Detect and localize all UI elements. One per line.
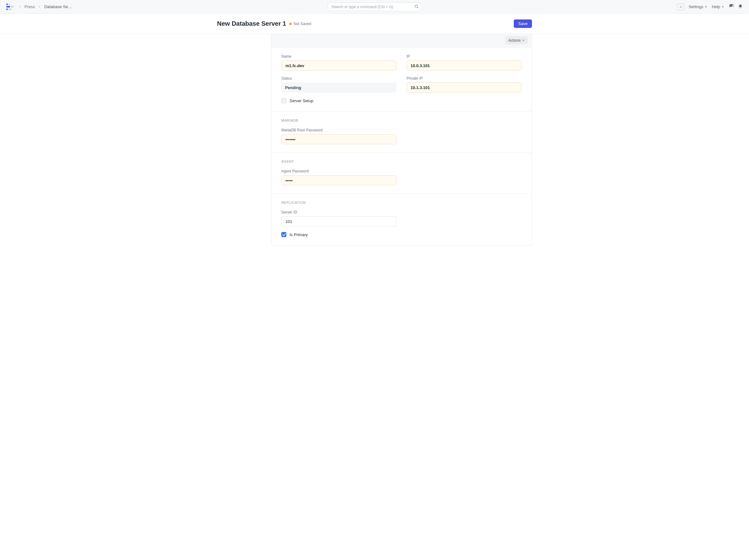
section-general: Name Status Server Setup IP	[271, 47, 532, 112]
is-primary-checkbox[interactable]	[281, 232, 286, 237]
app-logo[interactable]	[6, 3, 15, 10]
name-label: Name	[281, 54, 397, 59]
content: Actions ▼ Name Status Se	[217, 34, 532, 245]
navbar: Press Database Se… A Settings ▼ Help ▼	[0, 0, 749, 14]
name-input[interactable]	[281, 61, 397, 70]
navbar-center	[328, 2, 421, 11]
actions-label: Actions	[509, 38, 521, 43]
is-primary-label: Is Primary	[290, 232, 308, 237]
svg-point-0	[415, 5, 418, 7]
chevron-right-icon	[18, 4, 21, 9]
mariadb-password-label: MariaDB Root Password	[281, 128, 397, 132]
caret-down-icon: ▼	[721, 5, 724, 8]
status-dot-icon	[289, 23, 292, 25]
mariadb-password-input[interactable]	[281, 134, 397, 144]
mariadb-section-title: MARIADB	[281, 119, 521, 122]
chevron-right-icon	[38, 4, 41, 9]
server-setup-checkbox[interactable]	[281, 98, 286, 103]
help-label: Help	[712, 4, 720, 9]
section-replication: REPLICATION Server ID Is Primary	[271, 194, 532, 245]
save-status: Not Saved	[289, 22, 311, 26]
agent-section-title: AGENT	[281, 159, 521, 163]
agent-password-label: Agent Password	[281, 169, 397, 173]
avatar[interactable]: A	[677, 3, 684, 10]
page-header: New Database Server 1 Not Saved Save	[0, 14, 749, 34]
replication-section-title: REPLICATION	[281, 201, 521, 204]
server-setup-label: Server Setup	[290, 99, 313, 103]
comment-icon[interactable]	[729, 4, 734, 10]
help-menu[interactable]: Help ▼	[712, 4, 724, 9]
form-toolbar: Actions ▼	[271, 34, 532, 47]
form-card: Actions ▼ Name Status Se	[271, 34, 532, 245]
caret-down-icon: ▼	[704, 5, 707, 8]
settings-menu[interactable]: Settings ▼	[688, 4, 707, 9]
search-box	[328, 2, 421, 11]
status-input	[281, 83, 397, 92]
agent-password-input[interactable]	[281, 175, 397, 185]
settings-label: Settings	[688, 4, 703, 9]
page-title: New Database Server 1	[217, 20, 286, 27]
search-icon	[414, 4, 419, 9]
navbar-left: Press Database Se…	[6, 3, 72, 10]
search-input[interactable]	[328, 2, 421, 11]
breadcrumb-press[interactable]: Press	[24, 4, 35, 9]
server-id-label: Server ID	[281, 210, 397, 214]
save-button[interactable]: Save	[514, 19, 532, 28]
status-label: Status	[281, 76, 397, 81]
navbar-right: A Settings ▼ Help ▼	[677, 3, 743, 10]
actions-button[interactable]: Actions ▼	[505, 36, 528, 45]
breadcrumb-current[interactable]: Database Se…	[44, 4, 72, 9]
bell-icon[interactable]	[738, 4, 743, 10]
section-mariadb: MARIADB MariaDB Root Password	[271, 112, 532, 153]
caret-down-icon: ▼	[522, 39, 525, 42]
page-title-wrap: New Database Server 1 Not Saved	[217, 20, 311, 27]
server-id-input[interactable]	[281, 216, 397, 227]
ip-input[interactable]	[406, 61, 521, 70]
private-ip-input[interactable]	[406, 83, 521, 92]
private-ip-label: Private IP	[406, 76, 521, 81]
section-agent: AGENT Agent Password	[271, 153, 532, 194]
svg-line-1	[418, 7, 419, 8]
status-text: Not Saved	[294, 22, 311, 26]
ip-label: IP	[406, 54, 521, 59]
breadcrumb: Press Database Se…	[18, 4, 72, 9]
